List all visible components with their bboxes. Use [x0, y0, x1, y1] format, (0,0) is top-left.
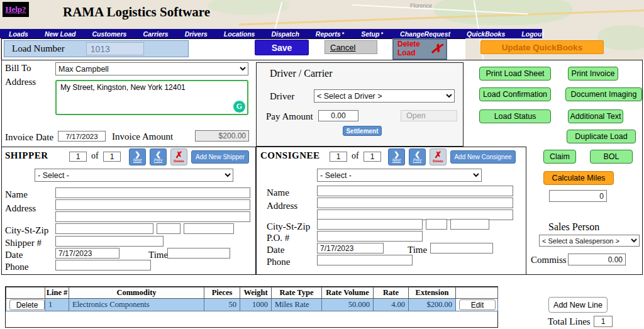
calculate-miles-button[interactable]: Calculate Miles [543, 171, 614, 185]
save-button[interactable]: Save [255, 40, 309, 55]
consignee-prev-button[interactable]: ❮ Prev [409, 148, 426, 165]
nav-item-loads[interactable]: Loads [9, 30, 28, 38]
sales-person-select[interactable]: < Select a Salesperson > [539, 235, 640, 247]
cancel-button[interactable]: Cancel [325, 40, 377, 54]
shipper-name-input[interactable] [55, 187, 250, 198]
consignee-time-label: Time [408, 245, 427, 255]
shipper-phone-input[interactable] [55, 260, 151, 270]
header-pieces: Pieces [204, 287, 240, 299]
cell-pieces: 50 [204, 299, 240, 311]
consignee-phone-input[interactable] [317, 255, 413, 265]
consignee-time-input[interactable] [430, 243, 493, 254]
duplicate-load-button[interactable]: Duplicate Load [567, 130, 636, 143]
sales-person-label: Sales Person [548, 221, 599, 233]
shipper-number-input[interactable] [55, 236, 164, 247]
shipper-date-label: Date [5, 250, 23, 260]
load-status-button[interactable]: Load Status [479, 109, 551, 123]
bol-button[interactable]: BOL [590, 150, 633, 164]
shipper-name-label: Name [5, 189, 28, 200]
consignee-date-input[interactable] [317, 243, 384, 254]
prev-arrow-icon: ❮ [414, 151, 420, 158]
shipper-next-button[interactable]: ❯ Next [129, 148, 146, 165]
consignee-name-input[interactable] [317, 186, 513, 196]
grammarly-icon[interactable]: G [233, 101, 245, 113]
app-window: Florence Help? RAMA Logistics Software L… [0, 0, 644, 329]
invoice-date-label: Invoice Date [5, 132, 53, 143]
help-button[interactable]: Help? [3, 2, 29, 17]
header-delete-col [6, 287, 45, 299]
invoice-date-input[interactable] [58, 131, 106, 142]
add-new-consignee-button[interactable]: Add New Consignee [450, 150, 516, 164]
shipper-time-input[interactable] [167, 248, 230, 259]
shipper-address1-input[interactable] [55, 199, 250, 210]
nav-item-reports[interactable]: Reports‣ [316, 30, 345, 38]
driver-select[interactable]: < Select a Driver > [314, 89, 455, 103]
update-quickbooks-button[interactable]: Update QuickBooks [480, 40, 604, 54]
cell-commodity: Electronics Components [69, 299, 204, 311]
shipper-delete-button[interactable]: ✗ Delete [170, 148, 187, 165]
consignee-zip-input[interactable] [450, 219, 489, 230]
shipper-prev-button[interactable]: ❮ Prev [150, 148, 167, 165]
shipper-index-input[interactable] [69, 152, 87, 162]
commission-input[interactable] [568, 254, 626, 265]
header-weight: Weight [240, 287, 272, 299]
consignee-select[interactable]: - Select - [317, 169, 482, 182]
shipper-city-input[interactable] [55, 223, 153, 234]
bill-to-address-label: Address [5, 77, 36, 87]
nav-item-customers[interactable]: Customers [92, 30, 127, 38]
shipper-address2-input[interactable] [55, 211, 250, 222]
bill-to-customer-select[interactable]: Max Campbell [55, 62, 248, 75]
nav-item-drivers[interactable]: Drivers [185, 30, 208, 38]
shipper-title: SHIPPER [5, 150, 48, 161]
header-rate-type: Rate Type [272, 287, 322, 299]
consignee-address1-input[interactable] [317, 198, 513, 208]
nav-item-locations[interactable]: Locations [224, 30, 255, 38]
claim-button[interactable]: Claim [543, 150, 576, 164]
next-arrow-icon: ❯ [135, 151, 140, 158]
nav-item-carriers[interactable]: Carriers [143, 30, 168, 38]
edit-line-button[interactable]: Edit [459, 299, 496, 310]
consignee-po-label: P.O. # [267, 233, 289, 243]
load-confirmation-button[interactable]: Load Confirmation [479, 87, 551, 101]
consignee-next-button[interactable]: ❯ Next [388, 148, 405, 165]
map-park-patch [597, 25, 644, 50]
miles-input[interactable] [549, 190, 607, 202]
nav-item-dispatch[interactable]: Dispatch [271, 30, 299, 38]
consignee-delete-button[interactable]: ✗ Delete [430, 148, 447, 165]
shipper-zip-input[interactable] [184, 223, 234, 234]
consignee-index-input[interactable] [330, 152, 347, 162]
bill-to-address-textarea[interactable]: My Street, Kingston, New York 12401 [55, 80, 248, 115]
print-load-sheet-button[interactable]: Print Load Sheet [479, 67, 551, 81]
shipper-count-input[interactable] [103, 152, 121, 162]
settlement-button[interactable]: Settlement [343, 126, 382, 136]
shipper-date-input[interactable] [55, 248, 119, 259]
delete-x-icon: ✗ [435, 151, 442, 159]
nav-item-logout[interactable]: Logout [521, 30, 544, 38]
print-invoice-button[interactable]: Print Invoice [568, 67, 618, 81]
map-city-label: Florence [410, 3, 432, 9]
shipper-select[interactable]: - Select - [35, 169, 233, 182]
consignee-po-input[interactable] [317, 231, 423, 242]
driver-label: Driver [270, 91, 294, 102]
nav-item-quickbooks[interactable]: QuickBooks [467, 30, 505, 38]
delete-line-button[interactable]: Delete [9, 299, 45, 310]
nav-item-new-load[interactable]: New Load [45, 30, 76, 38]
shipper-number-label: Shipper # [5, 238, 42, 248]
nav-item-setup[interactable]: Setup‣ [361, 30, 384, 38]
shipper-state-input[interactable] [157, 223, 180, 234]
load-number-label: Load Number [12, 43, 65, 54]
add-new-shipper-button[interactable]: Add New Shipper [191, 150, 249, 164]
pay-amount-input[interactable] [318, 110, 358, 121]
additional-text-button[interactable]: Additional Text [568, 109, 623, 123]
load-number-box: Load Number [4, 40, 189, 57]
nav-item-changerequest[interactable]: ChangeRequest [400, 30, 450, 38]
commission-label: Commiss [531, 255, 567, 265]
next-arrow-icon: ❯ [394, 151, 399, 158]
delete-load-button[interactable]: Delete Load ✗ [392, 38, 447, 60]
load-number-input[interactable] [86, 42, 144, 55]
add-new-line-button[interactable]: Add New Line [548, 297, 608, 313]
document-imaging-button[interactable]: Document Imaging [565, 87, 642, 101]
consignee-state-input[interactable] [426, 219, 447, 230]
consignee-count-input[interactable] [364, 152, 381, 162]
consignee-city-input[interactable] [317, 219, 423, 230]
